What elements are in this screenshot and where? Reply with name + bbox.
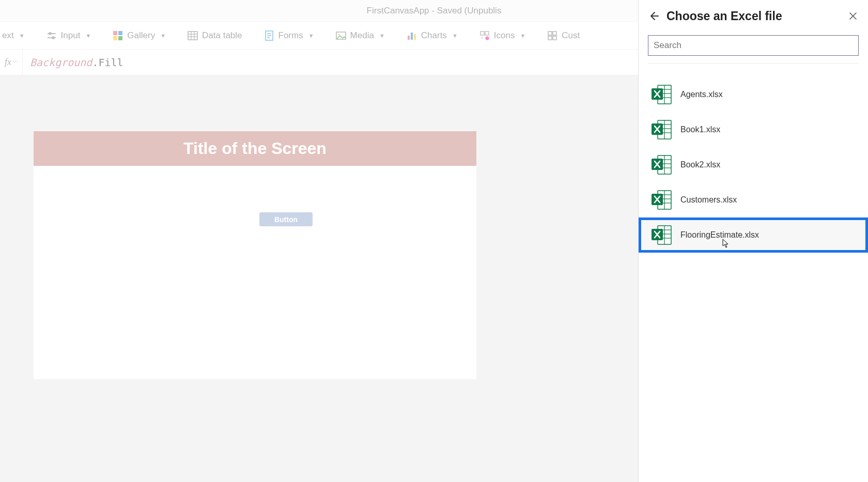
choose-excel-panel: Choose an Excel file Agents.xlsxBook1.xl… xyxy=(638,0,868,482)
screen-title-label: Title of the Screen xyxy=(183,139,327,158)
svg-rect-27 xyxy=(553,32,556,35)
svg-point-24 xyxy=(485,36,489,40)
ribbon-label: Input xyxy=(61,30,81,41)
file-name-label: Customers.xlsx xyxy=(680,195,737,205)
ribbon-label: ext xyxy=(2,30,14,41)
ribbon-item-text[interactable]: ext ▼ xyxy=(2,30,25,41)
panel-search-wrap xyxy=(639,32,868,63)
ribbon-item-gallery[interactable]: Gallery ▼ xyxy=(113,30,166,41)
file-name-label: Book2.xlsx xyxy=(680,160,720,169)
formula-token-object: Background xyxy=(30,56,92,69)
chevron-down-icon: ﹀ xyxy=(12,59,18,66)
ribbon-item-media[interactable]: Media ▼ xyxy=(336,30,385,41)
chevron-down-icon: ▼ xyxy=(520,33,525,39)
media-icon xyxy=(336,30,346,41)
excel-icon xyxy=(650,224,673,246)
close-button[interactable] xyxy=(847,12,859,20)
panel-header: Choose an Excel file xyxy=(639,0,868,32)
chevron-down-icon: ▼ xyxy=(452,33,458,39)
canvas-button[interactable]: Button xyxy=(259,212,313,226)
ribbon-label: Cust xyxy=(562,30,580,41)
svg-text:+: + xyxy=(481,36,483,40)
svg-rect-29 xyxy=(553,36,556,40)
ribbon-label: Icons xyxy=(494,30,515,41)
svg-rect-13 xyxy=(266,31,273,40)
forms-icon xyxy=(264,30,274,41)
canvas-button-label: Button xyxy=(274,215,298,224)
fx-label[interactable]: fx ﹀ xyxy=(0,50,23,75)
panel-title: Choose an Excel file xyxy=(667,9,840,23)
ribbon-item-custom[interactable]: Cust xyxy=(547,30,580,41)
ribbon-label: Gallery xyxy=(127,30,155,41)
ribbon-label: Media xyxy=(350,30,374,41)
svg-point-1 xyxy=(49,32,52,35)
chevron-down-icon: ▼ xyxy=(160,33,166,39)
datatable-icon xyxy=(188,30,198,41)
svg-rect-5 xyxy=(118,31,122,35)
formula-token-property: .Fill xyxy=(92,56,123,69)
excel-icon xyxy=(650,153,673,176)
file-name-label: Agents.xlsx xyxy=(680,90,723,99)
ribbon-label: Forms xyxy=(278,30,303,41)
back-button[interactable] xyxy=(648,11,659,21)
svg-rect-23 xyxy=(485,32,489,35)
ribbon-item-input[interactable]: Input ▼ xyxy=(47,30,91,41)
excel-icon xyxy=(650,189,673,211)
search-input[interactable] xyxy=(648,35,859,56)
ribbon-item-forms[interactable]: Forms ▼ xyxy=(264,30,314,41)
fx-text: fx xyxy=(5,57,11,68)
gallery-icon xyxy=(113,30,123,41)
ribbon-label: Charts xyxy=(421,30,447,41)
arrow-left-icon xyxy=(648,11,659,21)
charts-icon xyxy=(407,30,417,41)
svg-rect-28 xyxy=(548,36,552,40)
screen-title-bar[interactable]: Title of the Screen xyxy=(34,131,476,166)
svg-rect-6 xyxy=(113,36,117,40)
excel-icon xyxy=(650,83,673,106)
svg-point-18 xyxy=(338,34,340,36)
canvas-screen[interactable]: Title of the Screen Button xyxy=(34,131,476,379)
chevron-down-icon: ▼ xyxy=(19,33,25,39)
ribbon-item-icons[interactable]: + Icons ▼ xyxy=(479,30,526,41)
svg-rect-17 xyxy=(336,32,346,39)
file-item[interactable]: Customers.xlsx xyxy=(639,182,868,217)
ribbon-label: Data table xyxy=(202,30,242,41)
svg-rect-20 xyxy=(411,33,413,40)
window-title: FirstCanvasApp - Saved (Unpublis xyxy=(367,6,502,16)
file-list: Agents.xlsxBook1.xlsxBook2.xlsxCustomers… xyxy=(639,64,868,253)
svg-rect-26 xyxy=(548,32,552,35)
input-icon xyxy=(47,30,57,41)
mouse-cursor-icon xyxy=(722,239,730,248)
file-name-label: Book1.xlsx xyxy=(680,125,720,134)
svg-rect-21 xyxy=(414,34,416,40)
file-item[interactable]: FlooringEstimate.xlsx xyxy=(639,217,868,253)
file-item[interactable]: Book2.xlsx xyxy=(639,147,868,182)
svg-rect-19 xyxy=(408,36,410,40)
ribbon-item-datatable[interactable]: Data table xyxy=(188,30,242,41)
formula-input[interactable]: Background.Fill xyxy=(23,56,123,69)
svg-rect-8 xyxy=(188,32,197,40)
svg-rect-22 xyxy=(481,32,484,35)
svg-point-3 xyxy=(52,36,55,39)
svg-rect-7 xyxy=(118,36,122,40)
chevron-down-icon: ▼ xyxy=(308,33,314,39)
file-item[interactable]: Agents.xlsx xyxy=(639,77,868,112)
svg-rect-4 xyxy=(113,31,117,35)
ribbon-item-charts[interactable]: Charts ▼ xyxy=(407,30,458,41)
chevron-down-icon: ▼ xyxy=(379,33,385,39)
chevron-down-icon: ▼ xyxy=(85,33,91,39)
file-name-label: FlooringEstimate.xlsx xyxy=(680,230,759,240)
icons-icon: + xyxy=(479,30,490,41)
close-icon xyxy=(849,12,857,20)
file-item[interactable]: Book1.xlsx xyxy=(639,112,868,147)
excel-icon xyxy=(650,118,673,141)
custom-icon xyxy=(547,30,557,41)
